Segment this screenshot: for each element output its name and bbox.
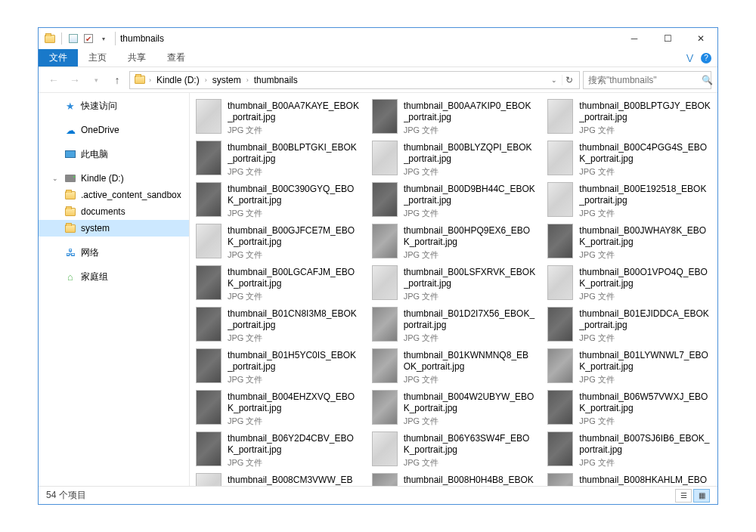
address-bar: ← → ▾ ↑ › Kindle (D:) › system › thumbna… (39, 67, 717, 93)
back-button[interactable]: ← (45, 71, 63, 89)
file-type: JPG 文件 (404, 249, 536, 261)
file-item[interactable]: thumbnail_B00BLYZQPI_EBOK_portrait.jpgJP… (369, 139, 539, 179)
file-type: JPG 文件 (228, 208, 360, 219)
file-type: JPG 文件 (228, 457, 360, 469)
file-name: thumbnail_B06W57VWXJ_EBOK_portrait.jpg (579, 391, 711, 414)
thumbnail-icon (196, 307, 222, 342)
up-button[interactable]: ↑ (108, 71, 126, 89)
file-name: thumbnail_B00HPQ9EX6_EBOK_portrait.jpg (404, 225, 536, 248)
file-item[interactable]: thumbnail_B06Y2D4CBV_EBOK_portrait.jpgJP… (193, 430, 363, 470)
view-details-button[interactable]: ☰ (675, 489, 692, 503)
file-item[interactable]: thumbnail_B01CN8I3M8_EBOK_portrait.jpgJP… (193, 305, 363, 345)
file-item[interactable]: thumbnail_B01KWNMNQ8_EBOK_portrait.jpgJP… (369, 347, 539, 387)
file-item[interactable]: thumbnail_B00HPQ9EX6_EBOK_portrait.jpgJP… (369, 222, 539, 262)
file-name: thumbnail_B004EHZXVQ_EBOK_portrait.jpg (228, 391, 360, 414)
file-item[interactable]: thumbnail_B00AA7KIP0_EBOK_portrait.jpgJP… (369, 97, 539, 138)
breadcrumb[interactable]: › Kindle (D:) › system › thumbnails ⌄ ↻ (129, 71, 580, 89)
file-item[interactable]: thumbnail_B008H0H4B8_EBOK_portrait.jpgJP… (369, 472, 539, 486)
file-item[interactable]: thumbnail_B00LGCAFJM_EBOK_portrait.jpgJP… (193, 264, 363, 304)
file-type: JPG 文件 (228, 291, 360, 302)
breadcrumb-item[interactable]: Kindle (D:) (153, 75, 203, 85)
file-item[interactable]: thumbnail_B00LSFXRVK_EBOK_portrait.jpgJP… (369, 264, 539, 304)
file-item[interactable]: thumbnail_B00D9BH44C_EBOK_portrait.jpgJP… (369, 181, 539, 221)
file-name: thumbnail_B00D9BH44C_EBOK_portrait.jpg (404, 184, 536, 206)
minimize-button[interactable]: ─ (618, 28, 651, 49)
file-item[interactable]: thumbnail_B00AA7KAYE_EBOK_portrait.jpgJP… (193, 97, 363, 138)
maximize-button[interactable]: ☐ (651, 28, 684, 49)
tab-home[interactable]: 主页 (78, 49, 117, 66)
item-count: 54 个项目 (46, 489, 86, 502)
nav-folder-sandbox[interactable]: .active_content_sandbox (39, 187, 189, 203)
file-item[interactable]: thumbnail_B008CM3VWW_EBOK_portrait.jpgJP… (193, 472, 363, 486)
nav-folder-documents[interactable]: documents (39, 203, 189, 220)
file-item[interactable]: thumbnail_B06Y63SW4F_EBOK_portrait.jpgJP… (369, 430, 539, 470)
file-item[interactable]: thumbnail_B004EHZXVQ_EBOK_portrait.jpgJP… (193, 388, 363, 428)
nav-onedrive[interactable]: ☁OneDrive (39, 122, 189, 138)
breadcrumb-item[interactable]: system (209, 75, 244, 85)
nav-quick-access[interactable]: ★快速访问 (39, 97, 189, 114)
nav-homegroup[interactable]: ⌂家庭组 (39, 268, 189, 285)
window-title: thumbnails (120, 33, 164, 44)
file-item[interactable]: thumbnail_B00BLPTGJY_EBOK_portrait.jpgJP… (544, 97, 714, 138)
thumbnail-icon (547, 99, 573, 134)
file-item[interactable]: thumbnail_B008HKAHLM_EBOK_portrait.jpgJP… (544, 472, 714, 486)
file-list: thumbnail_B00AA7KAYE_EBOK_portrait.jpgJP… (190, 93, 717, 486)
nav-this-pc[interactable]: 此电脑 (39, 146, 189, 162)
search-icon[interactable]: 🔍 (702, 75, 713, 85)
folder-icon (43, 32, 57, 45)
recent-dropdown-icon[interactable]: ▾ (87, 71, 105, 89)
breadcrumb-item[interactable]: thumbnails (251, 75, 301, 85)
qat-properties-icon[interactable] (67, 32, 80, 45)
address-dropdown-icon[interactable]: ⌄ (548, 76, 560, 84)
file-name: thumbnail_B06Y63SW4F_EBOK_portrait.jpg (404, 433, 536, 456)
file-item[interactable]: thumbnail_B01D2I7X56_EBOK_portrait.jpgJP… (369, 305, 539, 345)
thumbnail-icon (372, 390, 398, 425)
thumbnail-icon (547, 348, 573, 383)
file-name: thumbnail_B06Y2D4CBV_EBOK_portrait.jpg (228, 433, 360, 456)
file-name: thumbnail_B00C390GYQ_EBOK_portrait.jpg (228, 184, 360, 206)
file-name: thumbnail_B00BLPTGKI_EBOK_portrait.jpg (228, 142, 360, 165)
view-tiles-button[interactable]: ▦ (693, 489, 710, 503)
file-name: thumbnail_B00C4PGG4S_EBOK_portrait.jpg (579, 142, 711, 165)
thumbnail-icon (547, 141, 573, 175)
tab-share[interactable]: 共享 (117, 49, 156, 66)
file-item[interactable]: thumbnail_B00C4PGG4S_EBOK_portrait.jpgJP… (544, 139, 714, 179)
thumbnail-icon (547, 473, 573, 486)
file-item[interactable]: thumbnail_B007SJ6IB6_EBOK_portrait.jpgJP… (544, 430, 714, 470)
qat-dropdown-icon[interactable]: ▾ (97, 32, 110, 45)
file-item[interactable]: thumbnail_B00GJFCE7M_EBOK_portrait.jpgJP… (193, 222, 363, 262)
refresh-icon[interactable]: ↻ (562, 75, 576, 85)
file-item[interactable]: thumbnail_B06W57VWXJ_EBOK_portrait.jpgJP… (544, 388, 714, 428)
qat-checkbox-icon[interactable]: ✔ (82, 32, 95, 45)
file-type: JPG 文件 (579, 374, 711, 385)
thumbnail-icon (196, 348, 222, 383)
nav-kindle-drive[interactable]: ⌄Kindle (D:) (39, 170, 189, 187)
file-name: thumbnail_B00O1VPO4Q_EBOK_portrait.jpg (579, 267, 711, 289)
ribbon-expand-icon[interactable]: ⋁ (686, 53, 693, 63)
file-item[interactable]: thumbnail_B00BLPTGKI_EBOK_portrait.jpgJP… (193, 139, 363, 179)
thumbnail-icon (547, 182, 573, 217)
tab-file[interactable]: 文件 (39, 49, 78, 66)
search-input[interactable]: 🔍 (583, 71, 711, 89)
tab-view[interactable]: 查看 (156, 49, 196, 66)
file-item[interactable]: thumbnail_B01LYWNWL7_EBOK_portrait.jpgJP… (544, 347, 714, 387)
file-name: thumbnail_B01KWNMNQ8_EBOK_portrait.jpg (404, 350, 536, 373)
nav-folder-system[interactable]: system (39, 220, 189, 237)
file-name: thumbnail_B00BLPTGJY_EBOK_portrait.jpg (579, 101, 711, 123)
file-type: JPG 文件 (404, 166, 536, 178)
file-type: JPG 文件 (404, 416, 536, 427)
file-item[interactable]: thumbnail_B00C390GYQ_EBOK_portrait.jpgJP… (193, 181, 363, 221)
file-item[interactable]: thumbnail_B00E192518_EBOK_portrait.jpgJP… (544, 181, 714, 221)
file-name: thumbnail_B00AA7KIP0_EBOK_portrait.jpg (404, 101, 536, 123)
thumbnail-icon (196, 431, 222, 466)
help-icon[interactable]: ? (701, 53, 711, 63)
forward-button[interactable]: → (66, 71, 84, 89)
nav-network[interactable]: 🖧网络 (39, 244, 189, 261)
file-item[interactable]: thumbnail_B004W2UBYW_EBOK_portrait.jpgJP… (369, 388, 539, 428)
file-name: thumbnail_B01H5YC0IS_EBOK_portrait.jpg (228, 350, 360, 373)
file-item[interactable]: thumbnail_B01EJIDDCA_EBOK_portrait.jpgJP… (544, 305, 714, 345)
file-item[interactable]: thumbnail_B01H5YC0IS_EBOK_portrait.jpgJP… (193, 347, 363, 387)
file-item[interactable]: thumbnail_B00O1VPO4Q_EBOK_portrait.jpgJP… (544, 264, 714, 304)
file-item[interactable]: thumbnail_B00JWHAY8K_EBOK_portrait.jpgJP… (544, 222, 714, 262)
close-button[interactable]: ✕ (684, 28, 717, 49)
